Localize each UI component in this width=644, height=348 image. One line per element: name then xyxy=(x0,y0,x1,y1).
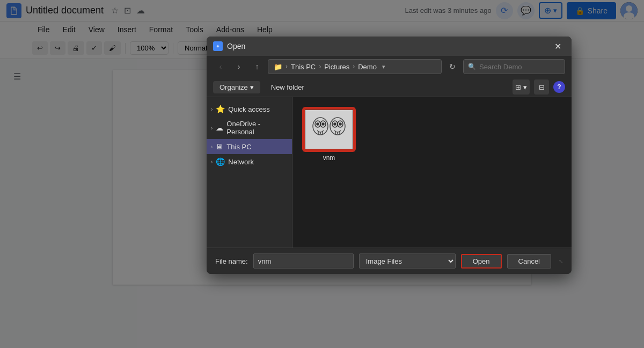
nav-back-button[interactable]: ‹ xyxy=(213,59,228,74)
dialog-title: Open xyxy=(227,42,550,50)
breadcrumb-demo[interactable]: Demo xyxy=(358,63,377,71)
breadcrumb-sep-2: › xyxy=(319,63,321,70)
filename-input[interactable] xyxy=(253,253,354,269)
search-icon: 🔍 xyxy=(468,63,476,70)
quick-access-icon: ⭐ xyxy=(216,105,225,113)
search-input[interactable] xyxy=(479,63,560,71)
breadcrumb-sep-3: › xyxy=(353,63,355,70)
cancel-button[interactable]: Cancel xyxy=(507,254,551,269)
quick-access-label: Quick access xyxy=(228,105,269,113)
breadcrumb-folder-icon: 📁 xyxy=(274,63,282,71)
open-button[interactable]: Open xyxy=(461,254,502,269)
nav-up-button[interactable]: ↑ xyxy=(250,59,265,74)
file-thumbnail-vnm xyxy=(303,108,355,151)
dialog-app-icon xyxy=(213,41,223,51)
svg-point-9 xyxy=(322,123,324,125)
dialog-body: › ⭐ Quick access › ☁ OneDrive - Personal… xyxy=(207,97,572,248)
dialog-sidebar: › ⭐ Quick access › ☁ OneDrive - Personal… xyxy=(207,97,292,248)
dialog-content-area: vnm xyxy=(292,97,572,248)
organize-button[interactable]: Organize ▾ xyxy=(213,81,260,93)
this-pc-icon: 🖥 xyxy=(216,142,223,151)
breadcrumb-pictures[interactable]: Pictures xyxy=(324,63,349,71)
dialog-nav-bar: ‹ › ↑ 📁 › This PC › Pictures › Demo ▾ ↻ … xyxy=(207,56,572,77)
quick-access-chevron: › xyxy=(211,106,213,112)
network-chevron: › xyxy=(211,159,213,165)
view-mode-button[interactable]: ⊞ ▾ xyxy=(513,79,530,95)
dialog-titlebar: Open ✕ xyxy=(207,37,572,56)
new-folder-button[interactable]: New folder xyxy=(265,81,311,93)
filetype-select[interactable]: Image Files All Files PNG Files JPEG Fil… xyxy=(359,253,456,269)
dialog-close-button[interactable]: ✕ xyxy=(550,39,565,54)
svg-point-17 xyxy=(339,123,341,125)
onedrive-label: OneDrive - Personal xyxy=(226,120,288,136)
sidebar-item-network[interactable]: › 🌐 Network xyxy=(207,154,292,169)
dialog-footer: File name: Image Files All Files PNG Fil… xyxy=(207,248,572,274)
breadcrumb-sep-1: › xyxy=(286,63,288,70)
filename-label: File name: xyxy=(215,257,248,265)
onedrive-chevron: › xyxy=(211,125,213,131)
this-pc-label: This PC xyxy=(226,143,251,151)
search-box[interactable]: 🔍 xyxy=(463,59,565,74)
view-split-button[interactable]: ⊟ xyxy=(534,79,549,95)
network-label: Network xyxy=(228,158,254,166)
sidebar-item-onedrive[interactable]: › ☁ OneDrive - Personal xyxy=(207,117,292,139)
file-name-vnm: vnm xyxy=(323,154,335,162)
svg-point-8 xyxy=(317,123,319,125)
svg-rect-4 xyxy=(305,110,353,149)
file-item-vnm[interactable]: vnm xyxy=(301,106,357,164)
breadcrumb-chevron: ▾ xyxy=(382,63,385,70)
network-icon: 🌐 xyxy=(216,157,225,166)
svg-point-16 xyxy=(334,123,336,125)
dialog-footer-buttons: Open Cancel xyxy=(461,254,551,269)
breadcrumb-bar[interactable]: 📁 › This PC › Pictures › Demo ▾ xyxy=(268,59,442,74)
onedrive-icon: ☁ xyxy=(216,124,223,132)
sidebar-item-this-pc[interactable]: › 🖥 This PC xyxy=(207,139,292,154)
this-pc-chevron: › xyxy=(211,144,213,150)
dialog-action-toolbar: Organize ▾ New folder ⊞ ▾ ⊟ ? xyxy=(207,77,572,97)
sidebar-item-quick-access[interactable]: › ⭐ Quick access xyxy=(207,102,292,117)
file-open-dialog: Open ✕ ‹ › ↑ 📁 › This PC › Pictures › De… xyxy=(207,37,572,274)
nav-refresh-button[interactable]: ↻ xyxy=(445,59,460,74)
resize-handle: ⤡ xyxy=(559,258,563,264)
help-button[interactable]: ? xyxy=(553,81,565,93)
nav-forward-button[interactable]: › xyxy=(231,59,246,74)
breadcrumb-this-pc[interactable]: This PC xyxy=(291,63,316,71)
